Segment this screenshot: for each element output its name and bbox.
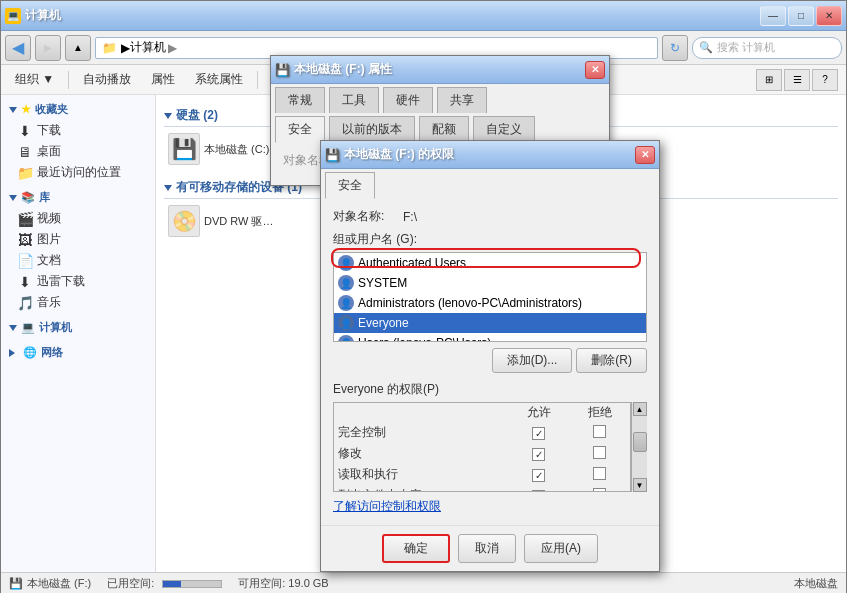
drive-c-item[interactable]: 💾 本地磁盘 (C:) <box>164 131 284 167</box>
properties-tabs-row1: 常规 工具 硬件 共享 <box>271 84 609 113</box>
perm-scroll-up[interactable]: ▲ <box>633 402 647 416</box>
perm-check-deny-readexec[interactable] <box>593 467 606 480</box>
permissions-tab-security[interactable]: 安全 <box>325 172 375 199</box>
refresh-button[interactable]: ↻ <box>662 35 688 61</box>
system-props-button[interactable]: 系统属性 <box>189 69 249 90</box>
network-chevron <box>9 349 15 357</box>
perm-deny-listdir[interactable] <box>569 485 630 492</box>
library-header[interactable]: 📚 库 <box>1 187 155 208</box>
perm-check-deny-full[interactable] <box>593 425 606 438</box>
tab-tools[interactable]: 工具 <box>329 87 379 113</box>
maximize-button[interactable]: □ <box>788 6 814 26</box>
perm-allow-readexec[interactable]: ✓ <box>509 464 570 485</box>
perm-check-allow-modify[interactable]: ✓ <box>532 448 545 461</box>
perm-deny-readexec[interactable] <box>569 464 630 485</box>
sidebar-item-thunder[interactable]: ⬇ 迅雷下载 <box>1 271 155 292</box>
tab-security[interactable]: 安全 <box>275 116 325 143</box>
perm-scroll-down[interactable]: ▼ <box>633 478 647 492</box>
properties-icon: 💾 <box>275 63 290 77</box>
permissions-close-button[interactable]: ✕ <box>635 146 655 164</box>
dvd-icon: 📀 <box>168 205 200 237</box>
close-button[interactable]: ✕ <box>816 6 842 26</box>
add-button[interactable]: 添加(D)... <box>492 348 573 373</box>
permissions-buttons: 确定 取消 应用(A) <box>321 525 659 571</box>
favorites-star: ★ <box>21 103 31 116</box>
forward-button[interactable]: ▶ <box>35 35 61 61</box>
view-btn-2[interactable]: ☰ <box>784 69 810 91</box>
favorites-section: ★ 收藏夹 ⬇ 下载 🖥 桌面 📁 最近访问的位置 <box>1 99 155 183</box>
perm-col-allow: 允许 <box>509 403 570 422</box>
perm-allow-modify[interactable]: ✓ <box>509 443 570 464</box>
sidebar-item-recent[interactable]: 📁 最近访问的位置 <box>1 162 155 183</box>
music-icon: 🎵 <box>17 295 33 311</box>
perm-check-deny-modify[interactable] <box>593 446 606 459</box>
sidebar-item-desktop[interactable]: 🖥 桌面 <box>1 141 155 162</box>
perm-allow-full[interactable]: ✓ <box>509 422 570 443</box>
tab-previous[interactable]: 以前的版本 <box>329 116 415 142</box>
acl-link[interactable]: 了解访问控制和权限 <box>333 499 441 513</box>
properties-close-button[interactable]: ✕ <box>585 61 605 79</box>
apply-button[interactable]: 应用(A) <box>524 534 598 563</box>
tab-custom[interactable]: 自定义 <box>473 116 535 142</box>
search-icon: 🔍 <box>699 41 713 54</box>
dvd-item[interactable]: 📀 DVD RW 驱… <box>164 203 284 239</box>
toolbar-separator-2 <box>257 71 258 89</box>
permissions-title: 💾 本地磁盘 (F:) 的权限 <box>325 146 454 163</box>
perm-allow-listdir[interactable]: ✓ <box>509 485 570 492</box>
checkmark-allow-listdir: ✓ <box>535 491 543 493</box>
up-button[interactable]: ▲ <box>65 35 91 61</box>
favorites-header[interactable]: ★ 收藏夹 <box>1 99 155 120</box>
address-arrow: ▶ <box>168 41 177 55</box>
perm-row-listdir: 列出文件夹内容 ✓ <box>334 485 630 492</box>
perm-check-allow-readexec[interactable]: ✓ <box>532 469 545 482</box>
perm-name-listdir: 列出文件夹内容 <box>334 485 509 492</box>
minimize-button[interactable]: — <box>760 6 786 26</box>
perm-table: 允许 拒绝 完全控制 ✓ <box>334 403 630 492</box>
sidebar-item-downloads[interactable]: ⬇ 下载 <box>1 120 155 141</box>
title-bar-left: 💻 计算机 <box>5 7 61 24</box>
tab-sharing[interactable]: 共享 <box>437 87 487 113</box>
sidebar-item-documents[interactable]: 📄 文档 <box>1 250 155 271</box>
perm-scrollbar-thumb[interactable] <box>633 432 647 452</box>
perm-check-allow-full[interactable]: ✓ <box>532 427 545 440</box>
computer-header[interactable]: 💻 计算机 <box>1 317 155 338</box>
back-button[interactable]: ◀ <box>5 35 31 61</box>
user-item-authenticated[interactable]: 👤 Authenticated Users <box>334 253 646 273</box>
user-name-administrators: Administrators (lenovo-PC\Administrators… <box>358 296 582 310</box>
sidebar-item-music[interactable]: 🎵 音乐 <box>1 292 155 313</box>
perm-check-allow-listdir[interactable]: ✓ <box>532 490 545 493</box>
properties-button[interactable]: 属性 <box>145 69 181 90</box>
user-item-administrators[interactable]: 👤 Administrators (lenovo-PC\Administrato… <box>334 293 646 313</box>
network-header[interactable]: 🌐 网络 <box>1 342 155 363</box>
autoplay-button[interactable]: 自动播放 <box>77 69 137 90</box>
desktop-icon: 🖥 <box>17 144 33 160</box>
sidebar-item-video[interactable]: 🎬 视频 <box>1 208 155 229</box>
perm-object-value: F:\ <box>403 210 417 224</box>
user-icon-authenticated: 👤 <box>338 255 354 271</box>
user-icon-administrators: 👤 <box>338 295 354 311</box>
status-used: 已用空间: <box>107 576 222 591</box>
cancel-button[interactable]: 取消 <box>458 534 516 563</box>
perm-deny-full[interactable] <box>569 422 630 443</box>
perm-deny-modify[interactable] <box>569 443 630 464</box>
tab-general[interactable]: 常规 <box>275 87 325 113</box>
sidebar-item-pictures[interactable]: 🖼 图片 <box>1 229 155 250</box>
user-item-system[interactable]: 👤 SYSTEM <box>334 273 646 293</box>
search-box[interactable]: 🔍 搜索 计算机 <box>692 37 842 59</box>
organize-button[interactable]: 组织 ▼ <box>9 69 60 90</box>
perm-check-deny-listdir[interactable] <box>593 488 606 493</box>
tab-hardware[interactable]: 硬件 <box>383 87 433 113</box>
status-drive-icon: 💾 <box>9 577 23 590</box>
view-btn-1[interactable]: ⊞ <box>756 69 782 91</box>
toolbar-separator-1 <box>68 71 69 89</box>
ok-button[interactable]: 确定 <box>382 534 450 563</box>
help-button[interactable]: ? <box>812 69 838 91</box>
status-used-bar <box>162 580 222 588</box>
tab-quota[interactable]: 配额 <box>419 116 469 142</box>
user-item-everyone[interactable]: 👤 Everyone <box>334 313 646 333</box>
user-item-users[interactable]: 👤 Users (lenovo-PC\Users) <box>334 333 646 342</box>
perm-section-label: Everyone 的权限(P) <box>333 381 647 398</box>
user-name-users: Users (lenovo-PC\Users) <box>358 336 491 342</box>
permissions-tab-row: 安全 <box>321 169 659 198</box>
remove-button[interactable]: 删除(R) <box>576 348 647 373</box>
